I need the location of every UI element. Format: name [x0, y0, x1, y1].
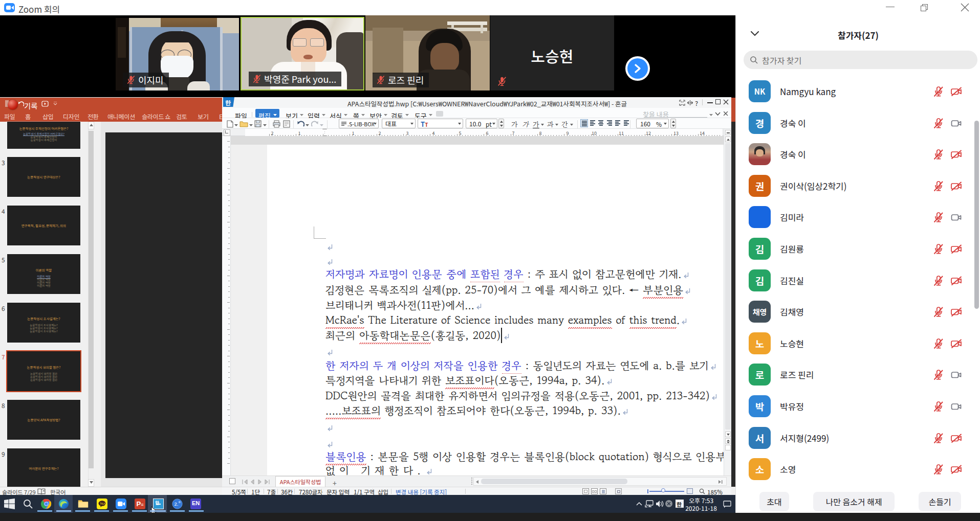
svg-text:TALK: TALK	[100, 503, 105, 505]
svg-text:2.: 2.	[174, 501, 178, 507]
